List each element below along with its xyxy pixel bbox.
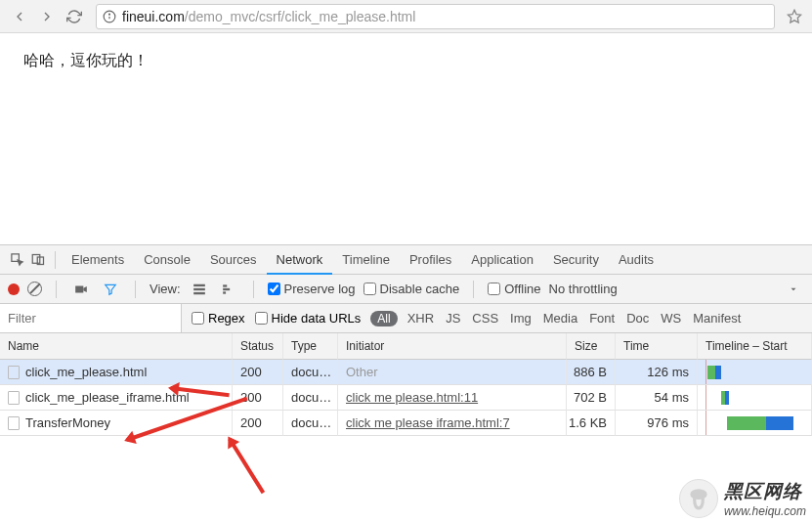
request-timeline bbox=[698, 411, 812, 436]
view-label: View: bbox=[150, 282, 181, 296]
request-size: 702 B bbox=[567, 385, 616, 411]
back-button[interactable] bbox=[6, 3, 33, 30]
watermark-url: www.heiqu.com bbox=[724, 504, 806, 518]
hide-data-urls-checkbox[interactable]: Hide data URLs bbox=[255, 311, 362, 326]
filter-input[interactable] bbox=[0, 304, 182, 332]
request-name[interactable]: TransferMoney bbox=[0, 411, 233, 436]
devtools-tab-security[interactable]: Security bbox=[543, 245, 609, 275]
request-type: docu… bbox=[283, 411, 338, 436]
column-header-time[interactable]: Time bbox=[616, 333, 698, 360]
column-header-name[interactable]: Name bbox=[0, 333, 233, 360]
filter-icon[interactable] bbox=[100, 279, 121, 300]
devtools-tab-sources[interactable]: Sources bbox=[200, 245, 267, 275]
request-time: 126 ms bbox=[616, 360, 698, 385]
regex-checkbox[interactable]: Regex bbox=[192, 311, 245, 326]
devtools-tab-timeline[interactable]: Timeline bbox=[332, 245, 400, 275]
svg-rect-12 bbox=[223, 287, 230, 289]
address-bar[interactable]: fineui.com/demo_mvc/csrf/click_me_please… bbox=[96, 4, 775, 29]
svg-rect-9 bbox=[193, 287, 205, 289]
network-table: NameStatusTypeInitiatorSizeTimeTimeline … bbox=[0, 333, 812, 436]
filter-type-css[interactable]: CSS bbox=[472, 311, 498, 326]
devtools-tab-audits[interactable]: Audits bbox=[609, 245, 663, 275]
svg-rect-13 bbox=[223, 291, 226, 293]
request-type: docu… bbox=[283, 385, 338, 411]
throttling-chevron-icon[interactable] bbox=[783, 279, 804, 300]
network-toolbar: View: Preserve log Disable cache Offline… bbox=[0, 275, 812, 304]
bookmark-button[interactable] bbox=[783, 9, 806, 24]
devtools-tab-network[interactable]: Network bbox=[267, 245, 333, 275]
devtools-tab-application[interactable]: Application bbox=[461, 245, 543, 275]
camera-icon[interactable] bbox=[70, 279, 92, 300]
request-initiator: Other bbox=[338, 360, 567, 385]
request-size: 886 B bbox=[567, 360, 616, 385]
column-header-status[interactable]: Status bbox=[233, 333, 283, 360]
large-rows-icon[interactable] bbox=[189, 279, 210, 300]
clear-button[interactable] bbox=[27, 282, 42, 296]
watermark-logo-icon bbox=[679, 479, 718, 518]
filter-type-xhr[interactable]: XHR bbox=[407, 311, 434, 326]
filter-type-img[interactable]: Img bbox=[510, 311, 532, 326]
filter-type-ws[interactable]: WS bbox=[661, 311, 681, 326]
svg-marker-3 bbox=[788, 10, 800, 22]
svg-rect-11 bbox=[223, 284, 227, 286]
devtools-tab-profiles[interactable]: Profiles bbox=[400, 245, 461, 275]
request-type: docu… bbox=[283, 360, 338, 385]
watermark: 黑区网络 www.heiqu.com bbox=[679, 479, 806, 518]
devtools-tabs: ElementsConsoleSourcesNetworkTimelinePro… bbox=[0, 245, 812, 275]
request-timeline bbox=[698, 360, 812, 385]
svg-rect-10 bbox=[193, 291, 205, 293]
request-name[interactable]: click_me_please.html bbox=[0, 360, 233, 385]
record-button[interactable] bbox=[8, 283, 20, 295]
svg-rect-5 bbox=[32, 255, 40, 264]
throttling-select[interactable]: No throttling bbox=[549, 282, 618, 296]
device-toggle-icon[interactable] bbox=[27, 249, 49, 271]
filter-type-manifest[interactable]: Manifest bbox=[693, 311, 741, 326]
devtools-tab-elements[interactable]: Elements bbox=[62, 245, 134, 275]
annotation-arrow bbox=[228, 438, 265, 494]
forward-button[interactable] bbox=[33, 3, 61, 30]
page-text: 哈哈，逗你玩的！ bbox=[23, 51, 789, 71]
filter-all[interactable]: All bbox=[370, 311, 397, 326]
svg-rect-7 bbox=[75, 285, 83, 292]
request-initiator[interactable]: click me please iframe.html:7 bbox=[338, 411, 567, 436]
request-name[interactable]: click_me_please_iframe.html bbox=[0, 385, 233, 411]
offline-checkbox[interactable]: Offline bbox=[488, 282, 540, 296]
request-time: 54 ms bbox=[616, 385, 698, 411]
request-status: 200 bbox=[233, 360, 283, 385]
request-status: 200 bbox=[233, 411, 283, 436]
request-timeline bbox=[698, 385, 812, 411]
column-header-size[interactable]: Size bbox=[567, 333, 616, 360]
reload-button[interactable] bbox=[61, 3, 88, 30]
network-filter-bar: Regex Hide data URLs All XHRJSCSSImgMedi… bbox=[0, 304, 812, 333]
devtools-panel: ElementsConsoleSourcesNetworkTimelinePro… bbox=[0, 244, 812, 436]
info-icon bbox=[103, 10, 116, 23]
overview-icon[interactable] bbox=[218, 279, 239, 300]
column-header-initiator[interactable]: Initiator bbox=[338, 333, 567, 360]
svg-point-2 bbox=[109, 14, 110, 15]
column-header-timeline[interactable]: Timeline – Start bbox=[698, 333, 812, 360]
filter-type-media[interactable]: Media bbox=[543, 311, 577, 326]
watermark-title: 黑区网络 bbox=[724, 479, 806, 504]
filter-type-js[interactable]: JS bbox=[446, 311, 460, 326]
request-initiator[interactable]: click me please.html:11 bbox=[338, 385, 567, 411]
request-size: 1.6 KB bbox=[567, 411, 616, 436]
request-status: 200 bbox=[233, 385, 283, 411]
devtools-tab-console[interactable]: Console bbox=[134, 245, 200, 275]
filter-type-font[interactable]: Font bbox=[589, 311, 615, 326]
url-text: fineui.com/demo_mvc/csrf/click_me_please… bbox=[122, 9, 415, 24]
preserve-log-checkbox[interactable]: Preserve log bbox=[268, 282, 356, 296]
svg-rect-8 bbox=[193, 283, 205, 285]
page-content: 哈哈，逗你玩的！ bbox=[0, 33, 812, 244]
inspect-icon[interactable] bbox=[6, 249, 27, 271]
browser-toolbar: fineui.com/demo_mvc/csrf/click_me_please… bbox=[0, 0, 812, 33]
filter-type-doc[interactable]: Doc bbox=[626, 311, 649, 326]
request-time: 976 ms bbox=[616, 411, 698, 436]
svg-point-14 bbox=[690, 489, 706, 500]
column-header-type[interactable]: Type bbox=[283, 333, 338, 360]
disable-cache-checkbox[interactable]: Disable cache bbox=[363, 282, 460, 296]
